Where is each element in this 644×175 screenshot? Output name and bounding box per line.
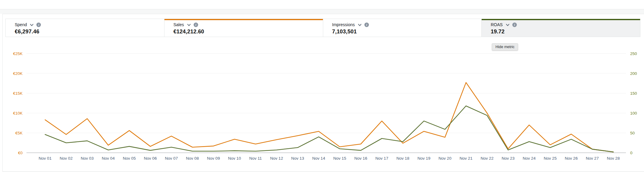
metric-value: €124,212.60 [173,29,323,35]
chevron-down-icon[interactable] [358,22,361,27]
chevron-down-icon[interactable] [506,22,509,27]
chart-panel [2,14,644,172]
page-background-strip [0,9,644,14]
info-icon[interactable]: i [194,23,198,27]
metric-label: Spend [15,22,27,27]
chevron-down-icon[interactable] [187,22,191,27]
metric-card-spend[interactable]: Spend i €6,297.46 [6,19,164,37]
metric-value: 7,103,501 [332,29,482,35]
metric-label: Sales [173,22,184,27]
metric-accent-bar [482,19,640,20]
metric-cards-row: Spend i €6,297.46 Sales i €124,212.60 Im… [5,19,640,37]
metric-card-impressions[interactable]: Impressions i 7,103,501 [323,19,482,37]
info-icon[interactable]: i [364,23,369,27]
info-icon[interactable]: i [512,23,517,27]
metric-label: ROAS [491,22,503,27]
hide-metric-tooltip: Hide metric [492,43,518,51]
top-bar [0,0,644,9]
metric-card-sales[interactable]: Sales i €124,212.60 [164,19,323,37]
metric-card-roas[interactable]: ROAS i 19.72 [482,19,640,37]
metric-accent-bar [164,19,323,20]
metric-label: Impressions [332,22,355,27]
info-icon[interactable]: i [36,23,41,27]
metric-value: €6,297.46 [15,29,164,35]
metric-value: 19.72 [491,29,640,35]
chevron-down-icon[interactable] [30,22,33,27]
